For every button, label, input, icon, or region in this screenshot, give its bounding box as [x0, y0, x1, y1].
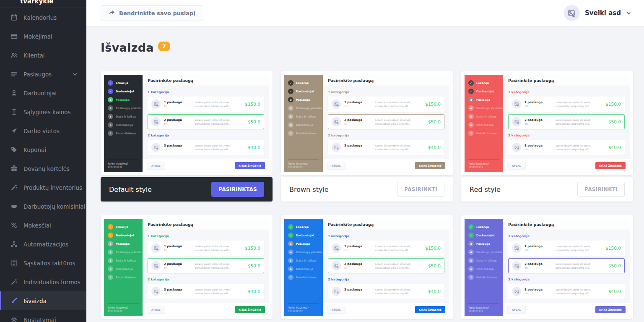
widget-phone: 1231231232	[468, 310, 499, 312]
step-number: 6	[108, 122, 113, 128]
service-image-icon	[332, 99, 341, 109]
widget-step: 6 Informacija	[108, 122, 139, 128]
sidebar-item-label: Sąskaitos faktūros	[23, 260, 75, 267]
theme-footer: Red style PASIRINKTI	[461, 177, 633, 202]
step-check-icon: ✓	[288, 224, 293, 230]
sidebar-item-sąskaitos-faktūros[interactable]: Sąskaitos faktūros	[0, 254, 86, 272]
theme-select-button[interactable]: PASIRINKTAS	[211, 182, 264, 197]
theme-preview: ✓ Lokacija ✓ Darbuotojai 3 Paslauga 4 Pa…	[461, 215, 633, 319]
widget-body: 1 kategorija 1 paslauga 1H Lorem ipsum d…	[323, 86, 449, 159]
service-name: 1 paslauga	[164, 245, 192, 248]
service-duration: 1H	[525, 148, 552, 151]
service-row: 3 paslauga 1H Lorem ipsum dolor sit amet…	[508, 140, 625, 155]
category-label: 2 kategorija	[508, 134, 625, 137]
theme-footer: Brown style PASIRINKTI	[281, 177, 453, 202]
sidebar-item-sąlyginės-kainos[interactable]: Sąlyginės kainos	[0, 102, 86, 121]
booking-widget-preview: ✓ Lokacija ✓ Darbuotojai 3 Paslauga 4 Pa…	[465, 219, 630, 316]
widget-step: 4 Paslaugų priedai	[288, 249, 319, 255]
service-image-icon	[512, 287, 521, 296]
list-icon	[10, 71, 18, 78]
sidebar-item-darbuotojų-komisiniai[interactable]: Darbuotojų komisiniai	[0, 197, 86, 216]
sidebar-item-label: Kuponai	[23, 147, 46, 153]
step-number: 4	[288, 249, 293, 255]
image-plus-icon	[568, 9, 576, 17]
widget-step: 5 Data ir laikas	[108, 114, 139, 119]
user-menu[interactable]: Sveiki asd	[564, 5, 631, 21]
widget-phone: 1231231232	[288, 310, 319, 312]
service-image-icon	[512, 117, 521, 126]
service-description: Lorem ipsum dolor sit amet, consectetur …	[372, 118, 420, 126]
widget-phone: 1231231232	[468, 166, 499, 168]
sidebar-item-mokėjimai[interactable]: Mokėjimai	[0, 27, 86, 46]
service-duration: 1H	[164, 148, 192, 151]
service-name: 1 paslauga	[525, 245, 552, 248]
widget-body: 1 kategorija 1 paslauga 1H Lorem ipsum d…	[503, 86, 630, 159]
step-number: 6	[288, 266, 293, 272]
sidebar-item-label: Individualios formos	[23, 279, 80, 285]
widget-question: Turite klausimų?	[468, 306, 499, 309]
sidebar: tvarkyklė Kalendorius Mokėjimai Klientai…	[0, 0, 86, 322]
service-description: Lorem ipsum dolor sit amet, consectetur …	[372, 262, 420, 270]
service-image-icon	[332, 243, 341, 253]
theme-select-button[interactable]: PASIRINKTI	[577, 182, 625, 197]
step-number: 3	[108, 241, 113, 246]
users-icon	[10, 52, 18, 59]
booking-widget-preview: ✓ Lokacija ✓ Darbuotojai 3 Paslauga 4 Pa…	[284, 219, 449, 316]
theme-select-button[interactable]: PASIRINKTI	[397, 182, 444, 197]
service-name: 2 paslauga	[344, 118, 372, 122]
share-page-button[interactable]: Bendrinkite savo puslapį	[101, 5, 203, 21]
service-image-icon	[151, 243, 161, 253]
step-number: 3	[288, 241, 293, 246]
widget-step: 5 Data ir laikas	[468, 258, 499, 263]
sidebar-item-label: Darbo vietos	[23, 128, 60, 134]
handshake-icon	[10, 203, 18, 210]
sidebar-item-klientai[interactable]: Klientai	[0, 46, 86, 65]
category-label: 1 kategorija	[328, 234, 444, 238]
sidebar-item-kuponai[interactable]: Kuponai	[0, 140, 86, 159]
widget-next-button: KITAS ŽINGSNIS	[235, 306, 265, 313]
sidebar-item-darbuotojai[interactable]: Darbuotojai	[0, 84, 86, 102]
category-label: 2 kategorija	[508, 277, 625, 281]
service-image-icon	[151, 117, 161, 126]
service-row: 3 paslauga 1H Lorem ipsum dolor sit amet…	[508, 284, 625, 299]
page-head: Išvaizda 7	[101, 41, 644, 54]
sidebar-item-dovanų-kortelės[interactable]: Dovanų kortelės	[0, 159, 86, 178]
sidebar-item-mokesčiai[interactable]: Mokesčiai	[0, 216, 86, 235]
step-number: 4	[288, 105, 293, 111]
sidebar-item-nustatymai[interactable]: Nustatymai	[0, 310, 86, 322]
sidebar-item-individualios-formos[interactable]: Individualios formos	[0, 272, 86, 291]
service-price: $50.0	[600, 263, 621, 268]
sidebar-brand: tvarkyklė	[0, 0, 86, 8]
widget-back-button: ATGAL	[507, 306, 526, 314]
booking-widget-preview: ✓ Lokacija ✓ Darbuotojai 3 Paslauga 4 Pa…	[104, 219, 269, 316]
theme-name: Red style	[470, 186, 501, 194]
sidebar-item-automatizacijos[interactable]: Automatizacijos	[0, 235, 86, 254]
theme-name: Brown style	[289, 186, 329, 194]
service-duration: 1H	[525, 105, 552, 107]
sidebar-item-label: Mokesčiai	[23, 222, 51, 229]
widget-body: 1 kategorija 1 paslauga 1H Lorem ipsum d…	[143, 86, 269, 159]
sidebar-item-darbo-vietos[interactable]: Darbo vietos	[0, 121, 86, 140]
category-label: 1 kategorija	[508, 90, 625, 94]
sidebar-item-išvaizda[interactable]: Išvaizda	[0, 291, 86, 310]
service-duration: 1H	[164, 249, 192, 251]
service-price: $40.0	[239, 289, 260, 294]
widget-steps-sidebar: ✓ Lokacija ✓ Darbuotojai 3 Paslauga 4 Pa…	[284, 75, 323, 172]
step-number: 6	[288, 122, 293, 128]
service-price: $150.0	[600, 102, 621, 107]
widget-step: ✓ Lokacija	[468, 80, 499, 86]
service-description: Lorem ipsum dolor sit amet, consectetur …	[552, 100, 600, 108]
service-price: $150.0	[420, 246, 441, 251]
sidebar-item-produktų-inventorius[interactable]: Produktų inventorius	[0, 178, 86, 197]
service-description: Lorem ipsum dolor sit amet, consectetur …	[552, 118, 600, 126]
step-number: 7	[468, 131, 474, 136]
sidebar-item-paslaugos[interactable]: Paslaugos	[0, 65, 86, 84]
service-description: Lorem ipsum dolor sit amet, consectetur …	[192, 244, 239, 252]
service-image-icon	[332, 117, 341, 126]
booking-widget-preview: ✓ Lokacija ✓ Darbuotojai 3 Paslauga 4 Pa…	[104, 75, 269, 172]
widget-steps-sidebar: ✓ Lokacija ✓ Darbuotojai 3 Paslauga 4 Pa…	[465, 75, 503, 172]
widget-step: 5 Data ir laikas	[108, 258, 139, 263]
step-check-icon: ✓	[288, 89, 293, 94]
brush-icon	[10, 297, 18, 304]
sidebar-item-kalendorius[interactable]: Kalendorius	[0, 8, 86, 27]
